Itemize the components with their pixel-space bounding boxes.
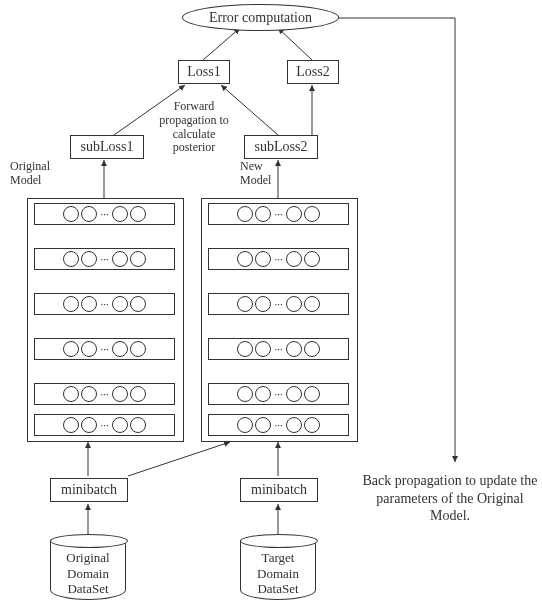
subloss2-box: subLoss2 bbox=[244, 135, 318, 159]
minibatch-left: minibatch bbox=[50, 478, 128, 502]
target-dataset-cylinder: Target Domain DataSet bbox=[240, 534, 316, 600]
nn1-layer: ··· bbox=[34, 293, 175, 315]
svg-line-1 bbox=[278, 28, 312, 60]
nn1-layer: ··· bbox=[34, 414, 175, 436]
nn2-layer: ··· bbox=[208, 414, 349, 436]
minibatch-right: minibatch bbox=[240, 478, 318, 502]
nn1-layer: ··· bbox=[34, 383, 175, 405]
original-dataset-cylinder: Original Domain DataSet bbox=[50, 534, 126, 600]
loss1-box: Loss1 bbox=[178, 60, 230, 84]
svg-line-0 bbox=[203, 28, 240, 60]
nn2-layer: ··· bbox=[208, 383, 349, 405]
loss2-box: Loss2 bbox=[287, 60, 339, 84]
nn2-layer: ··· bbox=[208, 293, 349, 315]
original-model-label: Original Model bbox=[10, 160, 65, 188]
nn2-layer: ··· bbox=[208, 203, 349, 225]
nn1-layer: ··· bbox=[34, 248, 175, 270]
nn2-layer: ··· bbox=[208, 338, 349, 360]
forward-prop-note: Forward propagation to calculate posteri… bbox=[144, 100, 244, 155]
nn2-layer: ··· bbox=[208, 248, 349, 270]
nn1-layer: ··· bbox=[34, 203, 175, 225]
svg-line-8 bbox=[128, 442, 230, 476]
backprop-note: Back propagation to update the parameter… bbox=[355, 472, 542, 525]
original-model-nn bbox=[27, 198, 184, 442]
new-model-label: New Model bbox=[240, 160, 290, 188]
subloss1-box: subLoss1 bbox=[70, 135, 144, 159]
nn1-layer: ··· bbox=[34, 338, 175, 360]
error-computation-node: Error computation bbox=[182, 4, 339, 31]
new-model-nn bbox=[201, 198, 358, 442]
